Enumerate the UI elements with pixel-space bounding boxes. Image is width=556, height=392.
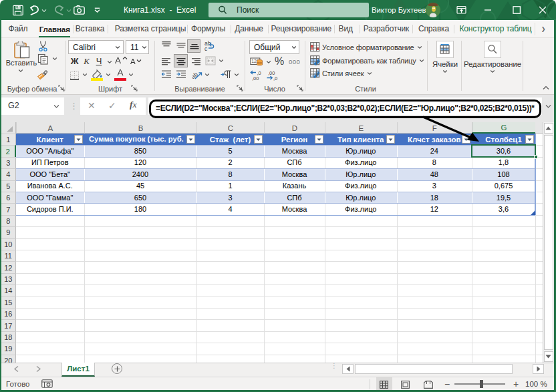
svg-text:,0: ,0 xyxy=(273,75,277,81)
svg-text:,00: ,00 xyxy=(252,75,259,81)
